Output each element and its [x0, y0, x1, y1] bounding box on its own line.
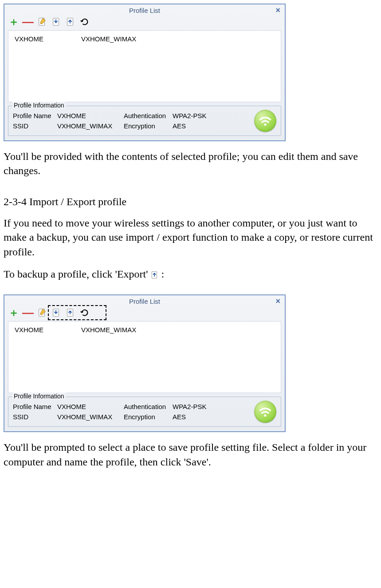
refresh-icon[interactable] — [80, 17, 90, 27]
export-icon-inline — [151, 268, 159, 276]
text-before-icon: To backup a profile, click 'Export' — [4, 268, 151, 280]
profile-name-cell: VXHOME — [15, 35, 81, 43]
title-bar: Profile List × — [4, 295, 285, 307]
profile-name-cell: VXHOME — [15, 326, 81, 334]
label-ssid: SSID — [13, 413, 57, 421]
toolbar: ＋ — — [4, 16, 285, 29]
text-after-icon: : — [161, 268, 165, 280]
edit-icon[interactable] — [37, 308, 47, 318]
profile-information-group: Profile Information Profile Name VXHOME … — [8, 397, 281, 427]
profile-ssid-cell: VXHOME_WIMAX — [81, 326, 148, 334]
value-profile-name: VXHOME — [57, 403, 124, 410]
profile-ssid-cell: VXHOME_WIMAX — [81, 35, 148, 43]
label-profile-name: Profile Name — [13, 112, 57, 119]
paragraph-save-prompt: You'll be prompted to select a place to … — [4, 440, 377, 469]
wifi-status-icon — [254, 401, 276, 423]
svg-point-10 — [264, 414, 266, 417]
add-icon[interactable]: ＋ — [9, 17, 19, 27]
remove-icon[interactable]: — — [23, 308, 33, 318]
label-ssid: SSID — [13, 122, 57, 130]
value-ssid: VXHOME_WIMAX — [57, 122, 124, 130]
profile-list-dialog-2: Profile List × ＋ — VXHOME VXHOME_WIMAX — [4, 294, 286, 432]
label-enc: Encryption — [124, 122, 173, 130]
close-icon[interactable]: × — [275, 6, 280, 15]
label-enc: Encryption — [124, 413, 173, 421]
paragraph-import-export-intro: If you need to move your wireless settin… — [4, 216, 377, 259]
dialog-title: Profile List — [129, 7, 160, 14]
section-heading: 2-3-4 Import / Export profile — [4, 196, 377, 208]
title-bar: Profile List × — [4, 4, 285, 16]
profile-list-area: VXHOME VXHOME_WIMAX — [8, 30, 281, 102]
remove-icon[interactable]: — — [23, 17, 33, 27]
value-profile-name: VXHOME — [57, 112, 124, 119]
wifi-status-icon — [254, 110, 276, 132]
group-legend: Profile Information — [12, 102, 66, 109]
add-icon[interactable]: ＋ — [9, 308, 19, 318]
paragraph-export-instruction: To backup a profile, click 'Export' : — [4, 267, 377, 281]
refresh-icon[interactable] — [80, 308, 90, 318]
group-legend: Profile Information — [12, 393, 66, 400]
toolbar: ＋ — — [4, 307, 285, 320]
label-auth: Authentication — [124, 112, 173, 119]
paragraph-edit-profile: You'll be provided with the contents of … — [4, 149, 377, 178]
export-icon[interactable] — [66, 17, 75, 27]
close-icon[interactable]: × — [275, 297, 280, 306]
profile-list-area: VXHOME VXHOME_WIMAX — [8, 321, 281, 393]
import-icon[interactable] — [51, 308, 61, 318]
label-auth: Authentication — [124, 403, 173, 410]
value-enc: AES — [173, 122, 212, 130]
profile-row[interactable]: VXHOME VXHOME_WIMAX — [8, 322, 281, 338]
edit-icon[interactable] — [37, 17, 47, 27]
value-auth: WPA2-PSK — [173, 403, 212, 410]
value-ssid: VXHOME_WIMAX — [57, 413, 124, 421]
label-profile-name: Profile Name — [13, 403, 57, 410]
profile-row[interactable]: VXHOME VXHOME_WIMAX — [8, 31, 281, 47]
export-icon[interactable] — [66, 308, 75, 318]
value-enc: AES — [173, 413, 212, 421]
profile-information-group: Profile Information Profile Name VXHOME … — [8, 106, 281, 136]
value-auth: WPA2-PSK — [173, 112, 212, 119]
dialog-title: Profile List — [129, 298, 160, 305]
import-icon[interactable] — [51, 17, 61, 27]
profile-list-dialog-1: Profile List × ＋ — VXHOME VXHOME_WIMAX P… — [4, 4, 286, 141]
svg-point-4 — [264, 123, 266, 126]
